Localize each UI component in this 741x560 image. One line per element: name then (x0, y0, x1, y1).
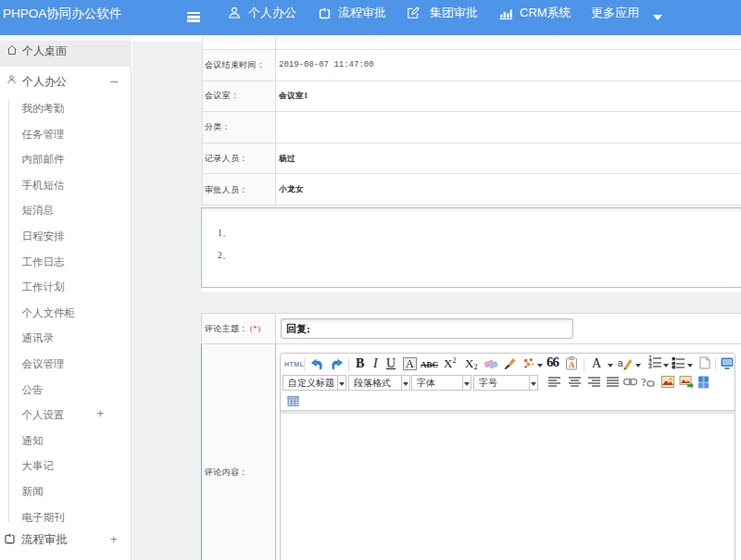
svg-text:a: a (618, 358, 623, 368)
svg-text:A: A (569, 360, 575, 369)
svg-text:?: ? (641, 376, 647, 388)
